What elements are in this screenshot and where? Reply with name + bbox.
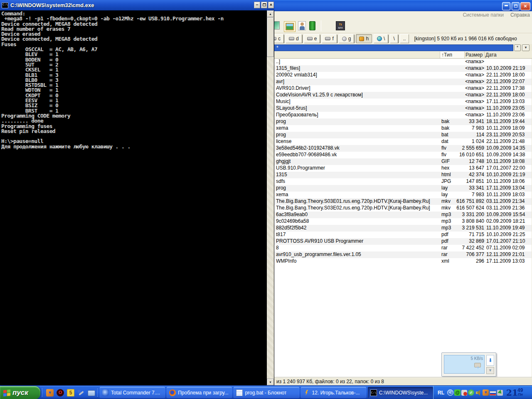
task-button[interactable]: C:\C:\WINDOWS\syste... (368, 387, 433, 398)
table-row[interactable]: 3e58ed546b2-101924788.vkflv2 555 65910.0… (272, 145, 532, 152)
drive-button-up[interactable]: .. (400, 34, 409, 43)
tools-icon[interactable] (77, 389, 85, 397)
toolbar-picture-viewer-icon[interactable] (284, 21, 296, 32)
file-size: 42 374 (446, 172, 484, 177)
table-row[interactable]: 882d5f2f5b42mp33 219 53111.10.2009 19:49 (272, 225, 532, 232)
file-date: 10.09.2009 14:38 (486, 152, 525, 158)
restore-icon (263, 3, 266, 6)
minimize-button[interactable] (502, 2, 510, 10)
file-size: 7 422 452 (446, 245, 484, 251)
language-indicator[interactable]: RL (438, 390, 444, 396)
table-row[interactable]: sdfsJPG147 85110.11.2009 18:06 (272, 178, 532, 185)
table-row[interactable]: proglay33 34117.11.2009 13:04 (272, 185, 532, 192)
table-row[interactable]: avr]<папка>22.11.2009 22:07 (272, 79, 532, 85)
show-desktop-icon[interactable] (88, 390, 95, 396)
table-row[interactable]: t817pdf71 71510.10.2009 21:25 (272, 232, 532, 238)
task-button[interactable]: Проблема при загру... (167, 387, 232, 398)
download-master-icon[interactable]: ▼ (46, 389, 54, 397)
total-commander-window: × Системные папки Справка 7zSFX cdefgh\\… (271, 0, 532, 385)
drive-button-d[interactable]: d (286, 34, 302, 43)
collapse-widget-button[interactable]: ▼ (486, 367, 494, 374)
table-row[interactable]: SLayout-5rus]<папка>11.10.2009 23:05 (272, 105, 532, 112)
close-button[interactable]: × (520, 2, 530, 10)
drive-button-g[interactable]: g (339, 34, 355, 43)
table-row[interactable]: PROTTOSS AVR910 USB Programmerpdf32 8691… (272, 238, 532, 245)
antivirus-tray-icon[interactable]: ✓ (468, 389, 474, 396)
table-row[interactable]: WMPInfoxml29617.11.2009 13:03 (272, 258, 532, 265)
tc-title-bar[interactable]: × (271, 0, 532, 11)
file-date: 07.11.2009 02:09 (486, 245, 525, 251)
drive-button-net[interactable]: \ (374, 34, 388, 43)
task-button[interactable]: Total Commander 7.... (100, 387, 165, 398)
download-speed-widget[interactable]: 5 KB/s ⬇ ▼ (441, 352, 496, 377)
console-scrollbar[interactable]: ▲ ▼ (267, 10, 274, 385)
table-row[interactable]: ..]<папка> (272, 59, 532, 65)
task-label: 12. Игорь.Тальков-... (312, 390, 360, 396)
table-row[interactable]: 8rar7 422 45207.11.2009 02:09 (272, 245, 532, 251)
safely-remove-hardware-icon[interactable] (497, 390, 503, 396)
table-row[interactable]: licensedat1 02422.11.2009 21:48 (272, 138, 532, 145)
table-row[interactable]: xemabak7 98310.11.2009 18:09 (272, 125, 532, 132)
table-row[interactable]: Music]<папка>17.11.2009 13:03 (272, 99, 532, 105)
table-row[interactable]: avr910_usb_programmer.files.ver.1.05rar7… (272, 251, 532, 258)
table-row[interactable]: e59eedbb707-90689486.vkflv16 010 65110.0… (272, 152, 532, 158)
download-arrow-button[interactable]: ⬇ (486, 355, 494, 366)
scroll-down-icon[interactable]: ▼ (267, 379, 274, 385)
table-row[interactable]: 1315_files]<папка>10.10.2009 21:19 (272, 65, 532, 72)
table-row[interactable]: 200902 vmlab314]<папка>22.11.2009 18:00 (272, 72, 532, 79)
column-header-size[interactable]: Размер (466, 52, 483, 58)
file-name: USB.910.Programmer (276, 165, 440, 171)
five-app-icon[interactable]: 5 (67, 389, 74, 397)
volume-icon[interactable] (475, 389, 482, 396)
opera-icon[interactable]: O (57, 389, 64, 397)
tray-chevron-icon[interactable]: < (447, 389, 453, 396)
drive-button-root[interactable]: \ (390, 34, 398, 43)
cmd-close-button[interactable]: × (268, 2, 274, 8)
download-master-tray-icon[interactable]: ▼ (483, 389, 489, 396)
file-size: 3 331 200 (446, 212, 484, 217)
table-row[interactable]: 9c02469b6a58mp33 808 84002.09.2009 18:21 (272, 218, 532, 225)
toolbar-7z-sfx-icon[interactable]: 7zSFX (336, 21, 345, 30)
toolbar-user-icon[interactable] (298, 21, 306, 30)
drive-button-e[interactable]: e (304, 34, 320, 43)
path-history-dropdown-button[interactable]: ▼ (522, 44, 530, 51)
file-date: 23.11.2009 20:53 (486, 132, 525, 138)
cmd-minimize-button[interactable]: – (254, 2, 260, 8)
russian-flag-language-icon[interactable] (490, 391, 496, 396)
tray-clock[interactable]: 21 49 Пн (506, 387, 528, 399)
drive-button-f[interactable]: f (322, 34, 337, 43)
table-row[interactable]: xemalay7 98310.11.2009 18:03 (272, 192, 532, 198)
table-row[interactable]: Преобразователь]<папка>11.10.2009 23:06 (272, 112, 532, 118)
restore-button[interactable] (512, 2, 520, 10)
scrollbar-thumb[interactable] (267, 17, 274, 57)
table-row[interactable]: USB.910.Programmerhex13 64717.01.2007 22… (272, 165, 532, 172)
table-row[interactable]: 6ac3f8a9eab0mp33 331 20010.09.2009 15:54 (272, 212, 532, 218)
column-header-date[interactable]: Дата (485, 52, 497, 58)
table-row[interactable]: progbat11423.11.2009 20:53 (272, 132, 532, 138)
menu-system-folders[interactable]: Системные папки (463, 12, 504, 18)
scroll-up-icon[interactable]: ▲ (267, 10, 274, 17)
table-row[interactable]: 1315html42 37410.10.2009 21:19 (272, 172, 532, 178)
table-row[interactable]: The.Big.Bang.Theory.S03E02.rus.eng.720p.… (272, 205, 532, 212)
file-size: <папка> (446, 85, 484, 91)
task-button[interactable]: 12. Игорь.Тальков-... (301, 387, 366, 398)
table-row[interactable]: progbak33 34118.11.2009 19:44 (272, 118, 532, 125)
task-button[interactable]: prog.bat - Блокнот (234, 387, 299, 398)
table-row[interactable]: The.Big.Bang.Theory.S03E01.rus.eng.720p.… (272, 198, 532, 205)
console-output[interactable]: Command: +mega8 -! -p1 -fboden=0,ckopt=0… (0, 10, 267, 385)
taskbar-separator[interactable] (97, 388, 98, 397)
path-filter-button[interactable]: * (514, 44, 521, 51)
tc-current-path-bar[interactable]: * (273, 44, 513, 51)
start-button[interactable]: пуск (0, 386, 40, 399)
table-row[interactable]: ghgjgjtGIF12 74810.11.2009 18:08 (272, 158, 532, 165)
icq-tray-icon[interactable]: @ (454, 389, 461, 396)
cmd-title-bar[interactable]: C:\WINDOWS\system32\cmd.exe – × (0, 0, 274, 10)
cmd-restore-button[interactable] (261, 2, 267, 8)
table-row[interactable]: CodeVisionAVR v1.25.9 с лекарством]<папк… (272, 92, 532, 99)
drive-button-h[interactable]: h (356, 34, 372, 43)
menu-help[interactable]: Справка (510, 12, 530, 18)
toolbar-book-icon[interactable] (309, 21, 315, 30)
red-status-tray-icon[interactable] (461, 390, 467, 396)
column-header-type[interactable]: ↑Тип (440, 52, 465, 58)
table-row[interactable]: AVR910.Driver]<папка>22.11.2009 17:38 (272, 85, 532, 92)
